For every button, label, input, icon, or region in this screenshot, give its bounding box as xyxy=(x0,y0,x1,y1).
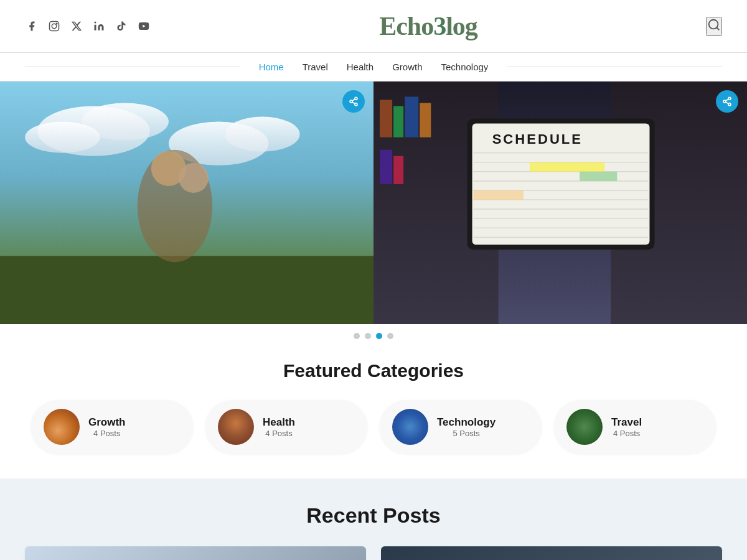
svg-line-20 xyxy=(352,102,355,104)
dot-2[interactable] xyxy=(365,333,371,339)
recent-posts: Recent Posts Culinary Adventures: Sustai… xyxy=(0,478,747,560)
svg-point-5 xyxy=(709,19,718,29)
dot-3[interactable] xyxy=(376,333,382,339)
linkedin-icon[interactable] xyxy=(92,19,106,33)
hero-share-btn-2[interactable] xyxy=(716,90,738,113)
hero-share-btn-1[interactable] xyxy=(342,90,365,113)
cat-avatar-tech xyxy=(392,409,428,445)
site-logo[interactable]: Echo3log xyxy=(379,11,477,41)
cat-avatar-health xyxy=(218,409,254,445)
search-button[interactable] xyxy=(706,17,722,36)
cat-name-tech: Technology xyxy=(437,416,496,429)
recent-card-2: Sustainable Tourism: xyxy=(381,546,722,560)
svg-rect-44 xyxy=(530,162,604,172)
svg-line-21 xyxy=(352,99,355,101)
logo-echo: Echo xyxy=(379,12,433,40)
svg-rect-25 xyxy=(380,100,392,137)
nav-home[interactable]: Home xyxy=(259,62,284,72)
recent-title: Recent Posts xyxy=(25,503,722,528)
svg-point-16 xyxy=(179,163,209,193)
cat-name-health: Health xyxy=(263,416,295,429)
svg-point-3 xyxy=(95,22,96,24)
nav-health[interactable]: Health xyxy=(347,62,374,72)
nav-links-container: Home Travel Health Growth Technology xyxy=(240,53,507,81)
nav-line-left xyxy=(25,67,240,67)
svg-text:SCHEDULE: SCHEDULE xyxy=(492,131,583,147)
main-nav: Home Travel Health Growth Technology xyxy=(0,52,747,82)
recent-card-img-1 xyxy=(25,546,366,560)
slider-dots xyxy=(0,324,747,348)
category-travel[interactable]: Travel 4 Posts xyxy=(554,400,716,454)
featured-categories: Featured Categories Growth 4 Posts Healt… xyxy=(0,348,747,478)
svg-point-18 xyxy=(350,100,352,103)
youtube-icon[interactable] xyxy=(137,19,151,33)
facebook-icon[interactable] xyxy=(25,19,39,33)
category-health[interactable]: Health 4 Posts xyxy=(205,400,367,454)
hero-slide-1: Growth Emotional Intelligence: Navigatin… xyxy=(0,82,374,324)
svg-rect-45 xyxy=(580,172,617,181)
cat-info-health: Health 4 Posts xyxy=(263,416,295,438)
svg-rect-30 xyxy=(393,156,403,184)
svg-rect-0 xyxy=(50,22,59,31)
svg-point-2 xyxy=(56,23,57,24)
instagram-icon[interactable] xyxy=(47,19,61,33)
svg-line-51 xyxy=(726,99,729,101)
cat-count-growth: 4 Posts xyxy=(88,429,126,438)
svg-line-50 xyxy=(726,102,729,104)
svg-rect-26 xyxy=(393,106,403,137)
cat-avatar-growth xyxy=(44,409,80,445)
svg-point-1 xyxy=(52,24,57,29)
cat-info-travel: Travel 4 Posts xyxy=(611,416,642,438)
nav-technology[interactable]: Technology xyxy=(441,62,488,72)
dot-4[interactable] xyxy=(387,333,393,339)
cat-name-travel: Travel xyxy=(611,416,642,429)
cat-count-travel: 4 Posts xyxy=(611,429,642,438)
social-links xyxy=(25,19,151,33)
svg-point-48 xyxy=(723,100,726,103)
nav-travel[interactable]: Travel xyxy=(303,62,328,72)
x-twitter-icon[interactable] xyxy=(70,19,83,33)
nav-growth[interactable]: Growth xyxy=(392,62,422,72)
svg-line-6 xyxy=(716,27,719,30)
svg-rect-29 xyxy=(380,150,392,184)
svg-rect-27 xyxy=(405,96,418,137)
cat-count-tech: 5 Posts xyxy=(437,429,496,438)
category-technology[interactable]: Technology 5 Posts xyxy=(380,400,542,454)
nav-line-right xyxy=(507,67,722,67)
svg-point-19 xyxy=(355,103,357,106)
svg-point-12 xyxy=(225,117,299,152)
hero-slider: Growth Emotional Intelligence: Navigatin… xyxy=(0,82,747,324)
recent-grid: Culinary Adventures: Sustainable Tourism… xyxy=(25,546,722,560)
cat-info-tech: Technology 5 Posts xyxy=(437,416,496,438)
cat-count-health: 4 Posts xyxy=(263,429,295,438)
svg-rect-46 xyxy=(474,190,524,200)
svg-point-10 xyxy=(25,122,100,153)
dot-1[interactable] xyxy=(354,333,360,339)
cat-avatar-travel xyxy=(566,409,603,445)
site-header: Echo3log xyxy=(0,0,747,52)
cat-info-growth: Growth 4 Posts xyxy=(88,416,126,438)
hero-slide-2: SCHEDULE Growth The Art of Time M xyxy=(374,82,747,324)
cat-name-growth: Growth xyxy=(88,416,126,429)
category-growth[interactable]: Growth 4 Posts xyxy=(31,400,193,454)
featured-title: Featured Categories xyxy=(25,360,722,381)
svg-point-49 xyxy=(728,103,731,106)
logo-blog: log xyxy=(446,12,477,40)
tiktok-icon[interactable] xyxy=(115,19,128,33)
recent-card-1: Culinary Adventures: xyxy=(25,546,366,560)
svg-point-17 xyxy=(355,97,357,100)
svg-rect-28 xyxy=(420,103,431,137)
svg-point-47 xyxy=(728,97,731,100)
svg-rect-13 xyxy=(0,256,374,324)
categories-grid: Growth 4 Posts Health 4 Posts Technology… xyxy=(25,400,722,454)
logo-3: 3 xyxy=(433,12,446,40)
recent-card-img-2 xyxy=(381,546,722,560)
